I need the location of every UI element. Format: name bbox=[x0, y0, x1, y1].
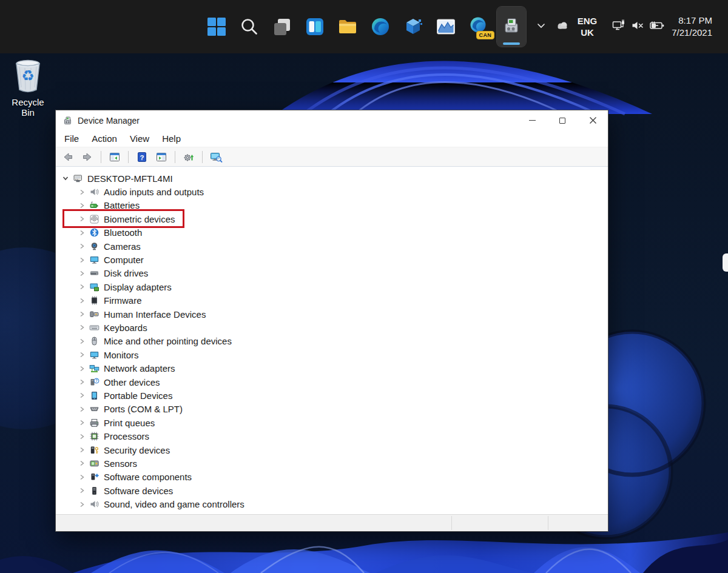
clock[interactable]: 8:17 PM 7/21/2021 bbox=[672, 15, 712, 39]
close-button[interactable] bbox=[578, 110, 608, 130]
tree-item-network-adapters[interactable]: Network adapters bbox=[56, 361, 608, 375]
maximize-button[interactable] bbox=[547, 110, 578, 130]
taskbar-app-edge[interactable] bbox=[366, 7, 395, 47]
chevron-down-icon[interactable] bbox=[61, 175, 70, 182]
menu-view[interactable]: View bbox=[130, 133, 149, 144]
tree-item-sensors[interactable]: Sensors bbox=[56, 457, 608, 470]
back-button[interactable] bbox=[61, 150, 75, 164]
language-indicator[interactable]: ENG UK bbox=[578, 15, 598, 38]
chevron-right-icon[interactable] bbox=[78, 433, 86, 440]
tree-item-disk-drives[interactable]: Disk drives bbox=[56, 267, 608, 280]
chevron-right-icon[interactable] bbox=[78, 243, 86, 250]
update-driver-button[interactable] bbox=[181, 150, 196, 164]
taskbar-app-task-view[interactable] bbox=[268, 7, 297, 47]
chevron-right-icon[interactable] bbox=[78, 229, 86, 236]
sensor-icon bbox=[89, 458, 99, 469]
clock-time: 8:17 PM bbox=[672, 15, 712, 27]
chevron-right-icon[interactable] bbox=[78, 256, 86, 264]
taskbar-app-file-explorer[interactable] bbox=[333, 7, 362, 47]
tree-root-computer[interactable]: DESKTOP-MFTL4MI bbox=[56, 172, 608, 185]
chevron-right-icon[interactable] bbox=[78, 378, 86, 386]
chevron-right-icon[interactable] bbox=[78, 487, 86, 494]
tree-item-other-devices[interactable]: ?Other devices bbox=[56, 375, 608, 389]
device-manager-icon bbox=[500, 16, 522, 38]
chevron-right-icon[interactable] bbox=[78, 392, 86, 399]
taskbar-app-search[interactable] bbox=[235, 7, 264, 47]
taskbar-app-edge-canary[interactable]: CAN bbox=[464, 7, 493, 47]
3d-viewer-icon bbox=[403, 16, 423, 37]
menu-file[interactable]: File bbox=[64, 133, 79, 144]
network-icon[interactable] bbox=[612, 19, 626, 35]
onedrive-cloud-icon[interactable] bbox=[554, 19, 570, 34]
chevron-right-icon[interactable] bbox=[78, 460, 86, 467]
tree-item-keyboards[interactable]: Keyboards bbox=[56, 321, 608, 334]
tree-item-label: Audio inputs and outputs bbox=[104, 187, 204, 197]
chevron-down-icon[interactable] bbox=[535, 19, 547, 34]
tree-item-firmware[interactable]: Firmware bbox=[56, 294, 608, 307]
start-icon bbox=[206, 16, 227, 37]
tree-item-software-components[interactable]: Software components bbox=[56, 471, 608, 484]
recycle-bin-shortcut[interactable]: ♻ Recycle Bin bbox=[5, 58, 51, 118]
minimize-button[interactable] bbox=[517, 110, 547, 130]
screen: ♻ Recycle Bin Device Manager bbox=[0, 0, 728, 573]
taskbar-app-widgets[interactable] bbox=[300, 7, 329, 47]
tree-item-label: Firmware bbox=[104, 295, 142, 306]
title-bar[interactable]: Device Manager bbox=[56, 110, 608, 130]
menu-help[interactable]: Help bbox=[162, 133, 181, 144]
hid-icon bbox=[89, 309, 99, 320]
chevron-right-icon[interactable] bbox=[78, 283, 86, 290]
tree-item-monitors[interactable]: Monitors bbox=[56, 348, 608, 361]
chevron-right-icon[interactable] bbox=[78, 419, 86, 426]
recycle-arrows-icon: ♻ bbox=[21, 67, 35, 84]
processor-icon bbox=[89, 431, 99, 441]
chevron-right-icon[interactable] bbox=[78, 338, 86, 345]
tree-item-display-adapters[interactable]: Display adapters bbox=[56, 280, 608, 293]
taskbar-app-3d-viewer[interactable] bbox=[399, 7, 428, 47]
tree-item-mice-and-other-pointing-devices[interactable]: Mice and other pointing devices bbox=[56, 335, 608, 348]
chevron-right-icon[interactable] bbox=[78, 501, 86, 508]
battery-charging-icon[interactable] bbox=[649, 19, 666, 35]
tree-item-print-queues[interactable]: Print queues bbox=[56, 416, 608, 429]
volume-muted-icon[interactable] bbox=[630, 19, 645, 35]
tree-item-ports-com-lpt[interactable]: Ports (COM & LPT) bbox=[56, 403, 608, 416]
forward-button[interactable] bbox=[80, 150, 95, 164]
tree-item-label: Mice and other pointing devices bbox=[104, 336, 232, 346]
toolbar: ? bbox=[56, 147, 608, 167]
show-console-tree-button[interactable] bbox=[107, 150, 122, 164]
chevron-right-icon[interactable] bbox=[78, 324, 86, 331]
chevron-right-icon[interactable] bbox=[78, 446, 86, 454]
monitor-icon bbox=[89, 255, 99, 265]
monitor-icon bbox=[89, 350, 99, 360]
tree-item-portable-devices[interactable]: Portable Devices bbox=[56, 389, 608, 402]
chevron-right-icon[interactable] bbox=[78, 406, 86, 413]
tree-item-software-devices[interactable]: Software devices bbox=[56, 484, 608, 497]
taskbar-app-start[interactable] bbox=[202, 7, 231, 47]
chevron-right-icon[interactable] bbox=[78, 189, 86, 196]
tree-item-computer[interactable]: Computer bbox=[56, 253, 608, 266]
tree-item-sound-video-and-game-controllers[interactable]: Sound, video and game controllers bbox=[56, 497, 608, 511]
bluetooth-icon bbox=[89, 227, 99, 238]
tree-root-label: DESKTOP-MFTL4MI bbox=[87, 173, 173, 184]
help-button[interactable]: ? bbox=[135, 150, 149, 164]
menu-action[interactable]: Action bbox=[92, 133, 117, 144]
tree-item-security-devices[interactable]: Security devices bbox=[56, 443, 608, 457]
chevron-right-icon[interactable] bbox=[78, 310, 86, 318]
chevron-right-icon[interactable] bbox=[78, 270, 86, 277]
chevron-right-icon[interactable] bbox=[78, 297, 86, 304]
tree-item-label: Keyboards bbox=[104, 323, 147, 333]
status-separator bbox=[548, 516, 548, 530]
tree-item-audio-inputs-and-outputs[interactable]: Audio inputs and outputs bbox=[56, 185, 608, 198]
chevron-right-icon[interactable] bbox=[78, 202, 86, 209]
tree-item-human-interface-devices[interactable]: Human Interface Devices bbox=[56, 307, 608, 321]
taskbar-app-device-manager[interactable] bbox=[497, 7, 526, 47]
show-action-pane-button[interactable] bbox=[154, 150, 169, 164]
window-title: Device Manager bbox=[78, 116, 517, 126]
chevron-right-icon[interactable] bbox=[78, 365, 86, 372]
chevron-right-icon[interactable] bbox=[78, 351, 86, 358]
taskbar-app-performance-monitor[interactable] bbox=[431, 7, 460, 47]
tree-item-cameras[interactable]: Cameras bbox=[56, 240, 608, 253]
scan-hardware-changes-button[interactable] bbox=[209, 150, 223, 164]
tree-item-processors[interactable]: Processors bbox=[56, 429, 608, 443]
tree-item-label: Other devices bbox=[104, 377, 160, 387]
chevron-right-icon[interactable] bbox=[78, 474, 86, 481]
